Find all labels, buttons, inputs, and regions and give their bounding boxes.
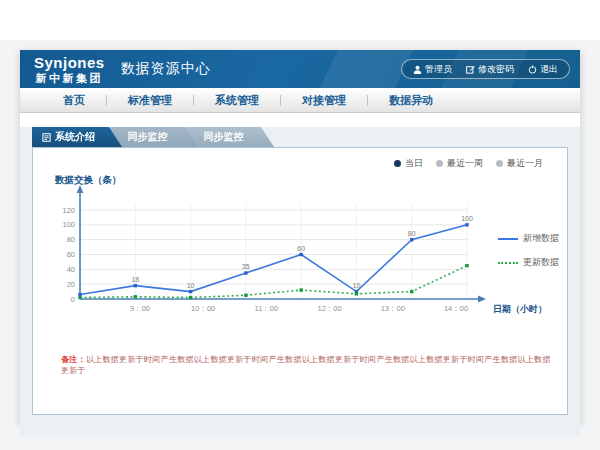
radio-label: 最近一周 — [447, 157, 483, 170]
tab-bar: 系统介绍 同步监控 同步监控 — [32, 127, 580, 147]
svg-text:12：00: 12：00 — [318, 304, 342, 313]
footnote-text: 以上数据更新于时间产生数据以上数据更新于时间产生数据以上数据更新于时间产生数据以… — [61, 355, 551, 375]
logo-company-text: 新中新集团 — [34, 73, 105, 84]
svg-text:0: 0 — [71, 295, 75, 304]
svg-text:80: 80 — [67, 235, 75, 244]
main-nav: 首页 标准管理 系统管理 对接管理 数据异动 — [20, 88, 580, 113]
power-icon — [528, 65, 537, 74]
y-axis-title: 数据交换（条） — [55, 174, 122, 187]
user-icon — [413, 65, 422, 74]
tab-label: 同步监控 — [204, 131, 244, 142]
svg-text:35: 35 — [242, 263, 250, 270]
svg-text:120: 120 — [62, 206, 75, 215]
edit-icon — [466, 65, 475, 74]
radio-dot — [394, 160, 401, 167]
legend-item-new-data[interactable]: 新增数据 — [498, 232, 559, 245]
nav-item-data-change[interactable]: 数据异动 — [368, 93, 454, 108]
legend-line-solid — [498, 238, 518, 240]
svg-text:10: 10 — [187, 282, 195, 289]
tab-label: 系统介绍 — [55, 127, 95, 147]
logout-button[interactable]: 退出 — [528, 63, 558, 76]
legend-item-update-data[interactable]: 更新数据 — [498, 256, 559, 269]
svg-text:60: 60 — [297, 245, 305, 252]
header: Synjones 新中新集团 数据资源中心 管理员 修改密码 退出 — [20, 50, 580, 88]
svg-text:10: 10 — [353, 282, 361, 289]
svg-text:18: 18 — [131, 276, 139, 283]
svg-text:日期（小时）: 日期（小时） — [493, 304, 547, 314]
time-range-filter: 当日 最近一周 最近一月 — [394, 157, 543, 170]
radio-label: 最近一月 — [507, 157, 543, 170]
svg-text:13：00: 13：00 — [381, 304, 405, 313]
legend-line-dotted — [498, 262, 518, 264]
svg-text:40: 40 — [67, 265, 75, 274]
svg-text:14：00: 14：00 — [444, 304, 468, 313]
app-window: Synjones 新中新集团 数据资源中心 管理员 修改密码 退出 首页 标准管… — [20, 50, 580, 423]
svg-text:9：00: 9：00 — [130, 304, 150, 313]
tab-label: 同步监控 — [128, 131, 168, 142]
tab-sync-monitor-2[interactable]: 同步监控 — [186, 127, 274, 147]
user-toolbar: 管理员 修改密码 退出 — [401, 59, 570, 79]
radio-today[interactable]: 当日 — [394, 157, 423, 170]
company-logo: Synjones 新中新集团 — [34, 55, 105, 84]
radio-dot — [436, 160, 443, 167]
svg-text:100: 100 — [62, 220, 75, 229]
nav-item-system-mgmt[interactable]: 系统管理 — [194, 93, 280, 108]
svg-text:10：00: 10：00 — [191, 304, 215, 313]
nav-item-standard-mgmt[interactable]: 标准管理 — [107, 93, 193, 108]
logo-brand-text: Synjones — [34, 55, 105, 70]
tab-system-intro[interactable]: 系统介绍 — [32, 127, 122, 147]
footnote: 备注：以上数据更新于时间产生数据以上数据更新于时间产生数据以上数据更新于时间产生… — [61, 354, 553, 376]
svg-text:80: 80 — [408, 230, 416, 237]
radio-last-month[interactable]: 最近一月 — [496, 157, 543, 170]
content-area: 系统介绍 同步监控 同步监控 当日 最近一周 最近一月 数据交 — [20, 127, 580, 436]
svg-text:100: 100 — [461, 215, 473, 222]
svg-text:20: 20 — [67, 280, 75, 289]
page-title: 数据资源中心 — [121, 60, 211, 78]
document-icon — [42, 133, 51, 142]
nav-item-interface-mgmt[interactable]: 对接管理 — [281, 93, 367, 108]
current-user-button[interactable]: 管理员 — [413, 63, 452, 76]
legend-label: 新增数据 — [523, 232, 559, 245]
radio-label: 当日 — [405, 157, 423, 170]
legend-label: 更新数据 — [523, 256, 559, 269]
chart-panel: 当日 最近一周 最近一月 数据交换（条） 0204060801001209：00… — [32, 147, 568, 415]
radio-dot — [496, 160, 503, 167]
svg-text:60: 60 — [67, 250, 75, 259]
nav-item-home[interactable]: 首页 — [42, 93, 106, 108]
tab-sync-monitor-1[interactable]: 同步监控 — [110, 127, 198, 147]
change-password-button[interactable]: 修改密码 — [466, 63, 514, 76]
chart-legend: 新增数据 更新数据 — [498, 232, 559, 280]
footnote-label: 备注： — [61, 355, 86, 364]
svg-text:11：00: 11：00 — [255, 304, 279, 313]
radio-last-week[interactable]: 最近一周 — [436, 157, 483, 170]
